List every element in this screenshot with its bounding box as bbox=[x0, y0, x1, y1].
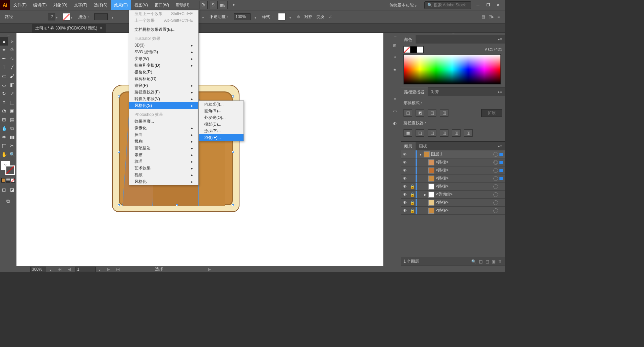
layer-row[interactable]: 👁<路径> bbox=[401, 175, 505, 183]
visibility-icon[interactable]: 👁 bbox=[401, 200, 409, 205]
menu-视图v[interactable]: 视图(V) bbox=[131, 0, 151, 10]
hand-tool[interactable]: ✋ bbox=[0, 150, 8, 159]
submenu-item[interactable]: 内发光(I)... bbox=[199, 101, 244, 108]
menu-item[interactable]: 扭曲 bbox=[129, 131, 198, 138]
blend-tool[interactable]: ⧉ bbox=[8, 124, 16, 133]
dock-swatches-icon[interactable]: ⊞ bbox=[391, 42, 399, 50]
visibility-icon[interactable]: 👁 bbox=[401, 168, 409, 173]
target-icon[interactable] bbox=[493, 152, 498, 157]
target-icon[interactable] bbox=[493, 200, 498, 205]
menu-item[interactable]: 3D(3) bbox=[129, 42, 198, 49]
free-transform-tool[interactable]: ⬚ bbox=[8, 98, 16, 107]
merge-button[interactable]: ◫ bbox=[428, 129, 436, 137]
trim-button[interactable]: ◫ bbox=[416, 129, 424, 137]
panel-menu-icon[interactable]: ▸≡ bbox=[495, 144, 505, 148]
color-white-swatch[interactable] bbox=[417, 46, 424, 53]
mesh-tool[interactable]: ⊞ bbox=[0, 115, 8, 124]
artboard-tool[interactable]: ⬚ bbox=[0, 141, 8, 150]
direct-selection-tool[interactable]: ▹ bbox=[8, 37, 16, 46]
color-black-swatch[interactable] bbox=[410, 46, 417, 53]
lock-icon[interactable]: 🔒 bbox=[409, 200, 416, 205]
lock-icon[interactable]: 🔒 bbox=[409, 208, 416, 213]
layer-row[interactable]: 👁🔒▸<剪切组> bbox=[401, 191, 505, 199]
menu-item[interactable]: 效果画廊... bbox=[129, 118, 198, 125]
dock-symbols-icon[interactable]: ♣ bbox=[391, 66, 399, 74]
submenu-item[interactable]: 羽化(F)... bbox=[199, 134, 244, 141]
layers-tab[interactable]: 图层 bbox=[401, 142, 416, 151]
minus-back-button[interactable]: ◫ bbox=[464, 129, 473, 137]
menu-文字t[interactable]: 文字(T) bbox=[71, 0, 91, 10]
minimize-icon[interactable]: ─ bbox=[475, 2, 481, 8]
menu-item[interactable]: 艺术效果 bbox=[129, 165, 198, 171]
lasso-tool[interactable]: ⥀ bbox=[8, 46, 16, 54]
target-icon[interactable] bbox=[493, 208, 498, 213]
width-tool[interactable]: ⋔ bbox=[0, 98, 8, 107]
visibility-icon[interactable]: 👁 bbox=[401, 160, 409, 165]
visibility-icon[interactable]: 👁 bbox=[401, 176, 409, 181]
dock-brushes-icon[interactable]: ⑂ bbox=[391, 54, 399, 62]
lock-icon[interactable]: 🔒 bbox=[409, 192, 416, 197]
pen-tool[interactable]: ✒ bbox=[0, 54, 8, 63]
vertical-scrollbar[interactable] bbox=[383, 33, 389, 266]
close-tab-icon[interactable]: × bbox=[100, 26, 102, 30]
rectangle-tool[interactable]: ▭ bbox=[0, 72, 8, 80]
menu-文件f[interactable]: 文件(F) bbox=[10, 0, 30, 10]
perspective-tool[interactable]: ▣ bbox=[8, 107, 16, 115]
submenu-item[interactable]: 外发光(O)... bbox=[199, 114, 244, 121]
curvature-tool[interactable]: ∿ bbox=[8, 54, 16, 63]
make-clip-icon[interactable]: ◫ bbox=[479, 259, 483, 264]
next-artboard-icon[interactable]: ▶ bbox=[106, 267, 111, 272]
last-artboard-icon[interactable]: ⏭ bbox=[115, 267, 121, 272]
menu-item[interactable]: 视频 bbox=[129, 171, 198, 178]
menu-窗口w[interactable]: 窗口(W) bbox=[151, 0, 172, 10]
dock-transparency-icon[interactable]: ◐ bbox=[391, 119, 399, 127]
color-mode-buttons[interactable] bbox=[0, 178, 16, 183]
panel-menu-icon[interactable]: ≡ bbox=[497, 14, 500, 19]
edit-mode-icon[interactable]: ⊡▸ bbox=[489, 14, 494, 19]
menu-效果c[interactable]: 效果(C) bbox=[111, 0, 131, 10]
paintbrush-tool[interactable]: 🖌 bbox=[8, 72, 16, 80]
pathfinder-tab[interactable]: 路径查找器 bbox=[401, 87, 428, 96]
gradient-tool[interactable]: ▤ bbox=[8, 115, 16, 124]
delete-layer-icon[interactable]: 🗑 bbox=[498, 259, 502, 264]
layer-row[interactable]: 👁🔒<路径> bbox=[401, 183, 505, 191]
target-icon[interactable] bbox=[493, 168, 498, 173]
line-tool[interactable]: ╱ bbox=[8, 63, 16, 72]
bridge-icon[interactable]: Br bbox=[200, 1, 208, 9]
close-icon[interactable]: ✕ bbox=[495, 2, 501, 8]
menu-item[interactable]: 裁剪标记(O) bbox=[129, 75, 198, 82]
lock-icon[interactable]: 🔒 bbox=[409, 184, 416, 189]
visibility-icon[interactable]: 👁 bbox=[401, 184, 409, 189]
prev-artboard-icon[interactable]: ◀ bbox=[66, 267, 72, 272]
new-sublayer-icon[interactable]: ◰ bbox=[485, 259, 489, 264]
visibility-icon[interactable]: 👁 bbox=[401, 152, 409, 157]
new-layer-icon[interactable]: ▣ bbox=[492, 259, 495, 264]
panel-menu-icon[interactable]: ▸≡ bbox=[495, 37, 505, 42]
type-tool[interactable]: T bbox=[0, 63, 8, 72]
layer-row[interactable]: 👁<路径> bbox=[401, 158, 505, 166]
shaper-tool[interactable]: ◡ bbox=[0, 80, 8, 89]
shape-builder-tool[interactable]: ◔ bbox=[0, 107, 8, 115]
exclude-button[interactable]: ◫ bbox=[440, 109, 448, 117]
menu-选择s[interactable]: 选择(S) bbox=[91, 0, 111, 10]
menu-item[interactable]: 风格化 bbox=[129, 178, 198, 185]
graph-tool[interactable]: ▮▮ bbox=[8, 133, 16, 141]
menu-item[interactable]: 像素化 bbox=[129, 125, 198, 131]
submenu-item[interactable]: 涂抹(B)... bbox=[199, 128, 244, 134]
artboards-tab[interactable]: 画板 bbox=[416, 142, 430, 150]
menu-item[interactable]: 路径(P) bbox=[129, 82, 198, 89]
stroke-swatch[interactable] bbox=[63, 13, 70, 20]
magic-wand-tool[interactable]: ✦ bbox=[0, 46, 8, 54]
first-artboard-icon[interactable]: ⏮ bbox=[56, 267, 63, 272]
panel-menu-icon[interactable]: ▸≡ bbox=[495, 89, 505, 94]
color-spectrum[interactable] bbox=[404, 54, 501, 84]
search-input[interactable]: 🔍 搜索 Adobe Stock bbox=[424, 1, 471, 9]
workspace-switcher[interactable]: 传统基本功能 bbox=[387, 2, 421, 8]
opacity-input[interactable] bbox=[234, 13, 251, 20]
stroke-weight-input[interactable] bbox=[94, 13, 108, 20]
slice-tool[interactable]: ✂ bbox=[8, 141, 16, 150]
target-icon[interactable] bbox=[493, 160, 498, 165]
locate-layer-icon[interactable]: 🔍 bbox=[471, 259, 476, 264]
symbol-sprayer-tool[interactable]: ✲ bbox=[0, 133, 8, 141]
draw-mode-behind[interactable]: ◪ bbox=[8, 185, 16, 194]
